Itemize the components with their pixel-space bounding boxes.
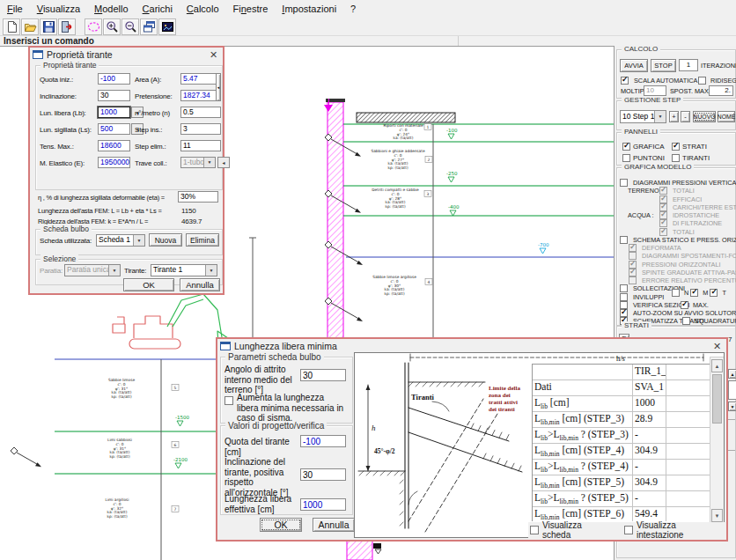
elimina-button[interactable]: Elimina bbox=[186, 233, 219, 247]
zoom-out-icon[interactable] bbox=[121, 18, 139, 35]
distributed-load[interactable] bbox=[357, 113, 455, 122]
checkbox-label: STRATI bbox=[682, 143, 707, 151]
menu-carichi[interactable]: Carichi bbox=[136, 2, 180, 16]
strati-listbox[interactable] bbox=[728, 380, 736, 400]
chevron-down-icon[interactable]: ▼ bbox=[654, 111, 666, 122]
input-n-metro-n[interactable]: 0.5 bbox=[180, 107, 221, 118]
ok-button[interactable]: OK bbox=[123, 278, 174, 291]
scrollbar-thumb[interactable] bbox=[712, 374, 722, 424]
nuovo-button[interactable]: NUOVO bbox=[693, 111, 716, 122]
eta-input[interactable]: 30% bbox=[178, 191, 218, 203]
input-step-ins[interactable]: 3 bbox=[180, 123, 221, 135]
new-document-icon[interactable] bbox=[3, 18, 20, 35]
checkbox-schema-statico-e-press-orizzontal[interactable] bbox=[620, 236, 628, 244]
close-icon[interactable]: ✕ bbox=[207, 49, 220, 61]
chevron-down-icon[interactable]: ▼ bbox=[133, 235, 144, 246]
diagram-limite-label: Limite della bbox=[489, 385, 520, 392]
checkbox-diagrammi-pressioni-verticali[interactable] bbox=[620, 179, 628, 187]
scroll-up-icon[interactable]: ▲ bbox=[711, 359, 723, 372]
side-button-trave-coll[interactable]: ◂ bbox=[217, 157, 230, 168]
group-valori-progetto: Valori di progetto/verifica Quota del ti… bbox=[220, 425, 353, 515]
quota-tirante-input[interactable]: -100 bbox=[300, 435, 346, 447]
input-tens-max[interactable]: 18600 bbox=[98, 140, 130, 151]
tirante-combo[interactable]: Tirante 1▼ bbox=[151, 264, 217, 276]
anchor-head-icon[interactable] bbox=[11, 447, 18, 454]
menu-finestre[interactable]: Finestre bbox=[226, 2, 276, 16]
input-lun-sigillata-ls[interactable]: 500 bbox=[98, 123, 130, 135]
table-scrollbar[interactable]: ▲ ▼ bbox=[710, 357, 725, 526]
table-row[interactable]: DatiSVA_1 bbox=[533, 380, 710, 396]
save-icon[interactable] bbox=[40, 18, 57, 35]
table-row[interactable]: Llib,min [cm] (STEP_4)304.9 bbox=[533, 444, 710, 460]
input-lun-libera-lb[interactable]: 1000 bbox=[98, 107, 130, 118]
field-label-quota-iniz: Quota iniz.: bbox=[40, 76, 73, 84]
table-row[interactable]: Llib>Llib,min ? (STEP_4)- bbox=[533, 460, 710, 475]
table-row[interactable]: Llib,min [cm] (STEP_3)28.9 bbox=[533, 412, 710, 428]
visualizza-scheda-checkbox[interactable] bbox=[530, 526, 539, 534]
sisma-checkbox[interactable] bbox=[224, 396, 233, 405]
table-row[interactable]: Llib>Llib,min ? (STEP_3)- bbox=[533, 428, 710, 444]
nuova-button[interactable]: Nuova bbox=[149, 233, 182, 247]
chevron-down-icon[interactable]: ▼ bbox=[205, 265, 217, 276]
menu-calcolo[interactable]: Calcolo bbox=[180, 2, 226, 16]
step-minus-button[interactable]: - bbox=[681, 111, 690, 122]
area-scroll-button[interactable]: ◂ bbox=[216, 73, 221, 101]
checkbox-max[interactable] bbox=[681, 301, 688, 309]
nome-button[interactable]: NOME bbox=[718, 111, 735, 122]
visualizza-scheda-label: Visualizza scheda bbox=[542, 520, 612, 540]
cascade-windows-icon[interactable] bbox=[140, 18, 158, 35]
lunghezza-table[interactable]: TIR_1_1DatiSVA_1Llib [cm]1000Llib,min [c… bbox=[532, 364, 710, 521]
table-row[interactable]: Llib,min [cm] (STEP_6)549.4 bbox=[533, 507, 710, 521]
strati-scroll-up-button[interactable]: ▲ bbox=[728, 369, 736, 379]
input-m-elastico-e[interactable]: 1950000 bbox=[98, 157, 130, 168]
soil-label: kp: (ta/att) bbox=[387, 166, 408, 170]
annulla-button[interactable]: Annulla bbox=[180, 278, 220, 291]
strati-scroll-down-button[interactable]: ▼ bbox=[728, 402, 736, 411]
visualizza-intestazione-checkbox[interactable] bbox=[624, 526, 633, 534]
angolo-attrito-input[interactable]: 30 bbox=[300, 369, 346, 381]
render-view-icon[interactable] bbox=[158, 18, 176, 35]
stop-button[interactable]: STOP bbox=[651, 59, 676, 72]
lunghezza-libera-input[interactable]: 1000 bbox=[300, 498, 346, 511]
menu-file[interactable]: File bbox=[0, 2, 30, 16]
scala-automatica-checkbox[interactable] bbox=[621, 77, 629, 85]
checkbox-puntoni[interactable] bbox=[622, 154, 630, 162]
input-inclinazione[interactable]: 30 bbox=[98, 90, 130, 101]
menu-modello[interactable]: Modello bbox=[87, 2, 136, 16]
menu-visualizza[interactable]: Visualizza bbox=[30, 2, 87, 16]
ok-button[interactable]: OK bbox=[260, 518, 302, 532]
table-row[interactable]: Llib,min [cm] (STEP_5)304.9 bbox=[533, 475, 710, 491]
checkbox-squadratura[interactable] bbox=[682, 317, 690, 325]
close-icon[interactable]: ✕ bbox=[710, 341, 724, 352]
checkbox-tiranti[interactable] bbox=[672, 154, 680, 162]
scheda-combo[interactable]: Scheda 1▼ bbox=[96, 234, 145, 247]
checkbox-grafica[interactable] bbox=[622, 143, 630, 151]
input-quota-iniz[interactable]: -100 bbox=[98, 73, 130, 85]
checkbox-spinte-graduate-attiva-passiva bbox=[629, 269, 637, 276]
step-combo[interactable]: 10 Step 12▼ bbox=[620, 110, 666, 123]
ridisegna-checkbox[interactable] bbox=[698, 77, 706, 85]
table-row[interactable]: TIR_1_1 bbox=[533, 365, 710, 380]
menu-impostazioni[interactable]: Impostazioni bbox=[275, 2, 343, 16]
table-row[interactable]: Llib>Llib,min ? (STEP_5)- bbox=[533, 491, 710, 507]
step-plus-button[interactable]: + bbox=[669, 111, 679, 122]
avvia-button[interactable]: AVVIA bbox=[620, 59, 648, 72]
table-row[interactable]: Llib [cm]1000 bbox=[533, 396, 710, 412]
checkbox-deformata bbox=[629, 244, 637, 252]
moltip-input[interactable]: 10 bbox=[644, 85, 666, 96]
exit-icon[interactable] bbox=[58, 18, 76, 35]
menu-help[interactable]: ? bbox=[343, 2, 363, 16]
zoom-window-icon[interactable] bbox=[85, 18, 102, 35]
checkbox-strati[interactable] bbox=[672, 143, 680, 151]
command-bar-divider bbox=[458, 36, 459, 46]
checkbox-sollecitazioni[interactable] bbox=[620, 284, 628, 292]
open-file-icon[interactable] bbox=[21, 18, 39, 35]
inclinazione-input[interactable]: 30 bbox=[300, 468, 346, 481]
input-step-elim[interactable]: 11 bbox=[180, 140, 221, 151]
dialog-titlebar[interactable]: Proprietà tirante ✕ bbox=[30, 48, 223, 62]
dialog-titlebar[interactable]: Lunghezza libera minima ✕ bbox=[217, 339, 726, 353]
checkbox-inviluppi[interactable] bbox=[620, 293, 628, 301]
annulla-button[interactable]: Annulla bbox=[313, 518, 355, 532]
zoom-in-icon[interactable] bbox=[103, 18, 121, 35]
anchor-rod[interactable] bbox=[17, 453, 39, 465]
